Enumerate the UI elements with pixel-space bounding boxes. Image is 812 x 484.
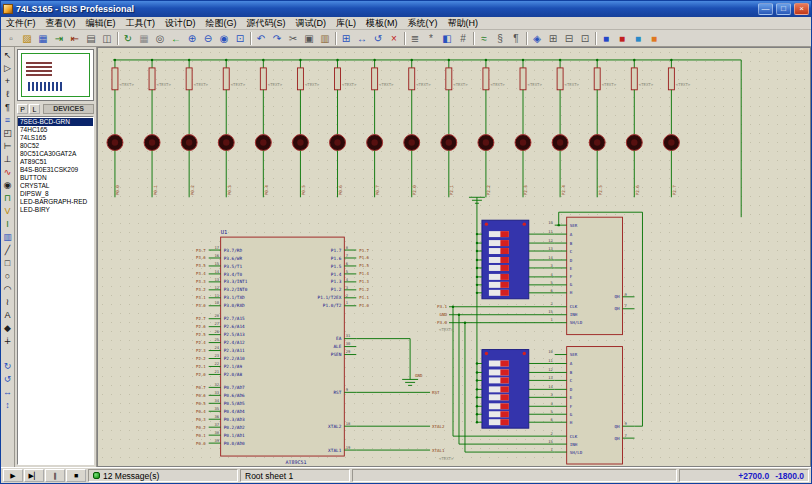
virtual-instruments-mode-icon[interactable]: ▥ [1,231,14,244]
export-file-icon[interactable]: ⇤ [67,31,83,46]
device-item[interactable]: 74LS165 [18,134,93,142]
voltage-probe-mode-icon[interactable]: V [1,205,14,218]
net-wire[interactable]: XTAL1 [356,448,445,453]
electrical-rule-check-icon[interactable]: ■ [614,31,630,46]
stop-button[interactable]: ■ [66,469,86,482]
resistor-led-column[interactable]: <TEXT>P2.7 [663,59,690,198]
device-item[interactable]: 80C51CA30GAT2A [18,150,93,158]
resistor-led-column[interactable]: <TEXT>P2.6 [626,59,653,198]
resistor-led-column[interactable]: <TEXT>P2.3 [515,59,542,198]
center-at-cursor-icon[interactable]: ← [168,31,184,46]
resistor-led-column[interactable]: <TEXT>P0.2 [181,59,208,198]
redo-icon[interactable]: ↷ [269,31,285,46]
false-origin-icon[interactable]: ◎ [152,31,168,46]
block-delete-icon[interactable]: × [386,31,402,46]
block-copy-icon[interactable]: ⊞ [338,31,354,46]
shift-register-2[interactable]: 10SER11A12B13C14D3E4F5G6H2CLK15INH1SH/LD… [548,347,634,464]
ea-ground-wire[interactable]: GND [356,339,423,386]
current-probe-mode-icon[interactable]: I [1,218,14,231]
design-explorer-icon[interactable]: ◈ [529,31,545,46]
junction-dot-mode-icon[interactable]: + [1,75,14,88]
menu-item-8[interactable]: 库(L) [331,17,361,30]
text-script-mode-icon[interactable]: ¶ [1,101,14,114]
device-pins-mode-icon[interactable]: ⊥ [1,153,14,166]
device-item[interactable]: BUTTON [18,174,93,182]
resistor-led-column[interactable]: <TEXT>P2.5 [589,59,616,198]
make-device-icon[interactable]: * [423,31,439,46]
goto-sheet-icon[interactable]: ⊡ [577,31,593,46]
tape-recorder-mode-icon[interactable]: ◉ [1,179,14,192]
dip-switch-1[interactable] [476,220,555,299]
step-button[interactable]: ▶▏ [24,469,44,482]
print-icon[interactable]: ▤ [83,31,99,46]
new-sheet-icon[interactable]: ⊞ [545,31,561,46]
simulation-log-icon[interactable]: ■ [646,31,662,46]
graphics-text-mode-icon[interactable]: A [1,309,14,322]
new-file-icon[interactable]: ▫ [3,31,19,46]
wire-autorouter-icon[interactable]: ≈ [476,31,492,46]
mark-output-area-icon[interactable]: ◫ [99,31,115,46]
resistor-led-column[interactable]: <TEXT>P2.1 [441,59,468,198]
menu-item-10[interactable]: 系统(Y) [403,17,443,30]
menu-item-11[interactable]: 帮助(H) [443,17,484,30]
mcu-u1[interactable]: U1AT89C5117P3.7/RDP3.716P3.6/WRP3.615P3.… [196,229,369,465]
paste-icon[interactable]: ▥ [317,31,333,46]
net-wire[interactable]: RST [356,390,440,395]
device-item[interactable]: DIPSW_8 [18,190,93,198]
graphics-path-mode-icon[interactable]: ≀ [1,296,14,309]
schematic-drawing[interactable]: <TEXT>P0.0<TEXT>P0.1<TEXT>P0.2<TEXT>P0.3… [98,48,810,466]
resistor-led-column[interactable]: <TEXT>P2.4 [552,59,579,198]
resistor-led-column[interactable]: <TEXT>P0.4 [255,59,282,198]
open-folder-icon[interactable]: ▨ [19,31,35,46]
rotate-anticlockwise-icon[interactable]: ↺ [1,373,14,386]
pause-button[interactable]: ∥ [45,469,65,482]
search-tag-icon[interactable]: § [492,31,508,46]
device-item[interactable]: 74HC165 [18,126,93,134]
graphics-box-mode-icon[interactable]: □ [1,257,14,270]
device-item[interactable]: B4S-B0E31CSK209 [18,166,93,174]
rotate-clockwise-icon[interactable]: ↻ [1,360,14,373]
pick-devices-button[interactable]: P [17,104,28,114]
menu-item-5[interactable]: 绘图(G) [201,17,242,30]
property-assignment-icon[interactable]: ¶ [508,31,524,46]
resistor-led-column[interactable]: <TEXT>P2.0 [404,59,431,198]
pick-device-icon[interactable]: ≣ [407,31,423,46]
markers-mode-icon[interactable]: ∔ [1,335,14,348]
device-item[interactable]: CRYSTAL [18,182,93,190]
zoom-area-icon[interactable]: ⊡ [232,31,248,46]
device-item[interactable]: LED-BARGRAPH-RED [18,198,93,206]
copy-icon[interactable]: ▣ [301,31,317,46]
buses-mode-icon[interactable]: ≡ [1,114,14,127]
graphics-circle-mode-icon[interactable]: ○ [1,270,14,283]
library-manager-button[interactable]: L [29,104,40,114]
resistor-led-column[interactable]: <TEXT>P0.1 [144,59,171,198]
resistor-led-column[interactable]: <TEXT>P0.6 [330,59,357,198]
device-item[interactable]: 80C52 [18,142,93,150]
graphics-symbol-mode-icon[interactable]: ◆ [1,322,14,335]
undo-icon[interactable]: ↶ [253,31,269,46]
device-item[interactable]: 7SEG-BCD-GRN [18,118,93,126]
schematic-canvas[interactable]: <TEXT>P0.0<TEXT>P0.1<TEXT>P0.2<TEXT>P0.3… [97,47,811,467]
resistor-led-column[interactable]: <TEXT>P0.3 [218,59,245,198]
mirror-vertical-icon[interactable]: ↕ [1,399,14,412]
packaging-tool-icon[interactable]: ◧ [439,31,455,46]
minimize-button[interactable]: — [758,3,773,15]
resistor-led-column[interactable]: <TEXT>P2.2 [478,59,505,198]
graph-mode-icon[interactable]: ∿ [1,166,14,179]
device-item[interactable]: LED-BIRY [18,206,93,214]
subcircuit-mode-icon[interactable]: ◰ [1,127,14,140]
block-rotate-icon[interactable]: ↺ [370,31,386,46]
netlist-to-ares-icon[interactable]: ■ [598,31,614,46]
maximize-button[interactable]: □ [776,3,791,15]
selection-mode-icon[interactable]: ↖ [1,49,14,62]
menu-item-2[interactable]: 编辑(E) [81,17,121,30]
generator-mode-icon[interactable]: ⊓ [1,192,14,205]
zoom-out-icon[interactable]: ⊖ [200,31,216,46]
zoom-all-icon[interactable]: ◉ [216,31,232,46]
preview-window[interactable] [17,49,94,101]
menu-item-0[interactable]: 文件(F) [1,17,41,30]
import-file-icon[interactable]: ⇥ [51,31,67,46]
block-move-icon[interactable]: ↔ [354,31,370,46]
component-mode-icon[interactable]: ▷ [1,62,14,75]
save-file-icon[interactable]: ▦ [35,31,51,46]
